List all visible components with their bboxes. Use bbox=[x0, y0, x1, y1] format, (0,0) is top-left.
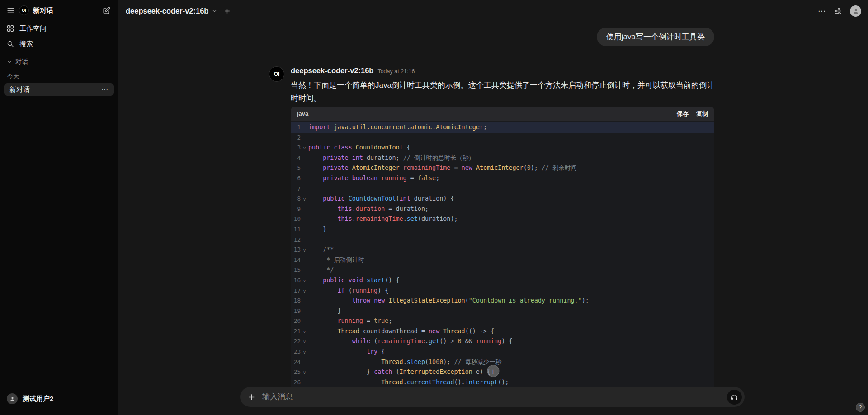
fold-spacer bbox=[301, 316, 308, 326]
line-number: 8 bbox=[291, 194, 301, 204]
fold-chevron-icon[interactable]: ˅ bbox=[301, 326, 308, 337]
code-block-header: java 保存 复制 bbox=[291, 107, 714, 121]
chat-item-title: 新对话 bbox=[9, 85, 30, 94]
fold-spacer bbox=[301, 224, 308, 235]
user-message-bubble: 使用java写一个倒计时工具类 bbox=[597, 28, 714, 46]
fold-spacer bbox=[301, 173, 308, 184]
line-number: 11 bbox=[291, 224, 301, 235]
line-number: 16 bbox=[291, 275, 301, 286]
plus-icon bbox=[247, 393, 256, 401]
attach-button[interactable] bbox=[247, 393, 256, 401]
line-number: 19 bbox=[291, 306, 301, 317]
pencil-square-icon bbox=[102, 6, 111, 15]
user-message-text: 使用java写一个倒计时工具类 bbox=[606, 33, 705, 41]
assistant-message: OI deepseek-coder-v2:16b Today at 21:16 … bbox=[291, 66, 714, 387]
code-text: Thread.sleep(1000); // 每秒减少一秒 bbox=[308, 357, 501, 368]
code-text: } bbox=[308, 224, 326, 235]
app-root: OI 新对话 工作空间 搜索 对话 今天 新对话 ⋯ 测试用户 bbox=[0, 0, 868, 415]
sidebar-title: 新对话 bbox=[33, 6, 98, 15]
line-number: 18 bbox=[291, 296, 301, 306]
line-number: 20 bbox=[291, 316, 301, 326]
chats-section-toggle[interactable]: 对话 bbox=[0, 55, 118, 69]
sidebar-item-workspace[interactable]: 工作空间 bbox=[0, 21, 118, 36]
fold-spacer bbox=[301, 265, 308, 275]
chat-item-more-icon[interactable]: ⋯ bbox=[101, 85, 108, 93]
line-number: 23 bbox=[291, 347, 301, 357]
fold-spacer bbox=[301, 153, 308, 163]
copy-code-button[interactable]: 复制 bbox=[696, 110, 708, 118]
sidebar-chat-item[interactable]: 新对话 ⋯ bbox=[4, 83, 114, 96]
code-text: this.remainingTime.set(duration); bbox=[308, 214, 458, 224]
save-code-button[interactable]: 保存 bbox=[677, 110, 689, 118]
fold-chevron-icon[interactable]: ˅ bbox=[301, 143, 308, 153]
fold-spacer bbox=[301, 378, 308, 387]
model-name: deepseek-coder-v2:16b bbox=[126, 7, 208, 15]
line-number: 2 bbox=[291, 133, 301, 143]
chevron-down-icon bbox=[212, 8, 217, 14]
code-line: 9 this.duration = duration; bbox=[291, 204, 714, 214]
fold-chevron-icon[interactable]: ˅ bbox=[301, 275, 308, 286]
chat-area: 使用java写一个倒计时工具类 OI deepseek-coder-v2:16b… bbox=[118, 0, 868, 387]
message-input[interactable] bbox=[262, 392, 721, 401]
add-model-button[interactable] bbox=[223, 7, 231, 15]
code-block: java 保存 复制 1import java.util.concurrent.… bbox=[291, 107, 714, 387]
app-logo-icon: OI bbox=[19, 5, 29, 15]
main-header: deepseek-coder-v2:16b ⋯ bbox=[118, 0, 868, 22]
message-composer[interactable] bbox=[240, 387, 745, 407]
fold-chevron-icon[interactable]: ˅ bbox=[301, 194, 308, 204]
code-line: 4 private int duration; // 倒计时的总时长（秒） bbox=[291, 153, 714, 163]
fold-chevron-icon[interactable]: ˅ bbox=[301, 347, 308, 357]
workspace-grid-icon bbox=[6, 24, 14, 33]
line-number: 1 bbox=[291, 122, 301, 133]
assistant-text: 当然！下面是一个简单的Java倒计时工具类的示例。这个工具类提供了一个方法来启动… bbox=[291, 79, 714, 105]
sidebar-user-menu[interactable]: 测试用户2 bbox=[0, 393, 118, 415]
code-line: 17˅ if (running) { bbox=[291, 286, 714, 296]
code-text: throw new IllegalStateException("Countdo… bbox=[308, 296, 589, 306]
composer-bar bbox=[118, 387, 868, 415]
fold-spacer bbox=[301, 184, 308, 194]
more-options-icon[interactable]: ⋯ bbox=[818, 7, 826, 15]
code-text: public class CountdownTool { bbox=[308, 143, 410, 153]
sidebar: OI 新对话 工作空间 搜索 对话 今天 新对话 ⋯ 测试用户 bbox=[0, 0, 118, 415]
help-icon: ? bbox=[859, 404, 862, 410]
code-line: 14 * 启动倒计时 bbox=[291, 255, 714, 266]
search-icon bbox=[6, 40, 14, 48]
code-line: 25˅ } catch (InterruptedException e) { bbox=[291, 367, 714, 378]
code-text: * 启动倒计时 bbox=[308, 255, 364, 266]
logo-text: OI bbox=[274, 71, 280, 77]
code-line: 6 private boolean running = false; bbox=[291, 173, 714, 184]
settings-sliders-icon[interactable] bbox=[834, 7, 842, 15]
code-text: private int duration; // 倒计时的总时长（秒） bbox=[308, 153, 475, 163]
sidebar-header: OI 新对话 bbox=[0, 0, 118, 21]
model-selector[interactable]: deepseek-coder-v2:16b bbox=[126, 7, 217, 15]
profile-avatar[interactable] bbox=[850, 5, 861, 17]
scroll-to-bottom-button[interactable]: ↓ bbox=[487, 365, 499, 377]
fold-chevron-icon[interactable]: ˅ bbox=[301, 367, 308, 378]
code-text: */ bbox=[308, 265, 334, 275]
line-number: 9 bbox=[291, 204, 301, 214]
sidebar-toggle-button[interactable] bbox=[6, 6, 15, 15]
code-line: 26 Thread.currentThread().interrupt(); bbox=[291, 378, 714, 387]
fold-chevron-icon[interactable]: ˅ bbox=[301, 286, 308, 296]
adjustments-icon bbox=[834, 7, 842, 15]
code-line: 15 */ bbox=[291, 265, 714, 275]
code-line: 16˅ public void start() { bbox=[291, 275, 714, 286]
assistant-avatar: OI bbox=[269, 66, 284, 82]
fold-spacer bbox=[301, 214, 308, 224]
line-number: 17 bbox=[291, 286, 301, 296]
line-number: 14 bbox=[291, 255, 301, 266]
help-button[interactable]: ? bbox=[856, 403, 865, 412]
voice-call-button[interactable] bbox=[727, 390, 742, 405]
code-text: import java.util.concurrent.atomic.Atomi… bbox=[308, 122, 487, 133]
line-number: 24 bbox=[291, 357, 301, 368]
code-line: 10 this.remainingTime.set(duration); bbox=[291, 214, 714, 224]
new-chat-button[interactable] bbox=[102, 6, 111, 15]
code-line: 8˅ public CountdownTool(int duration) { bbox=[291, 194, 714, 204]
line-number: 10 bbox=[291, 214, 301, 224]
code-line: 11 } bbox=[291, 224, 714, 235]
sidebar-item-search[interactable]: 搜索 bbox=[0, 36, 118, 51]
fold-spacer bbox=[301, 204, 308, 214]
fold-chevron-icon[interactable]: ˅ bbox=[301, 245, 308, 255]
fold-chevron-icon[interactable]: ˅ bbox=[301, 336, 308, 347]
code-line: 21˅ Thread countdownThread = new Thread(… bbox=[291, 326, 714, 337]
